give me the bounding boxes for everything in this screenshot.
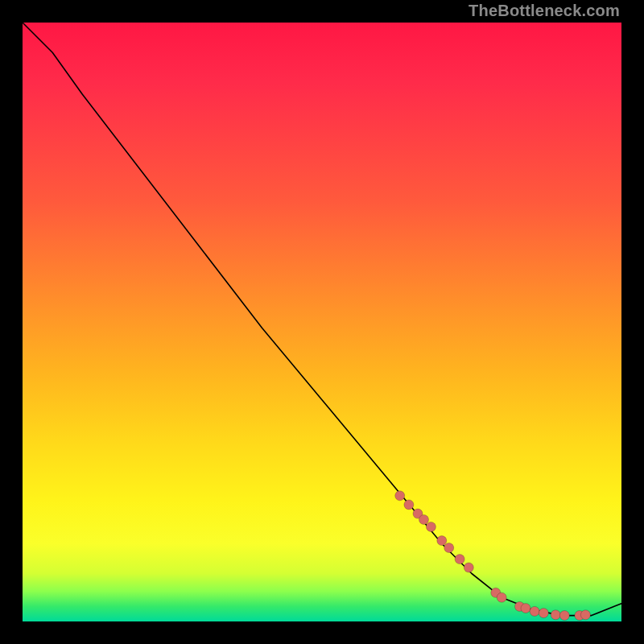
highlight-dot	[419, 515, 429, 525]
highlight-dot	[539, 609, 548, 618]
bottleneck-curve	[23, 23, 621, 616]
highlight-dot	[521, 604, 530, 613]
highlight-dot	[559, 611, 569, 621]
highlight-points	[395, 491, 591, 621]
highlight-dot	[426, 522, 436, 531]
highlight-dot	[464, 563, 473, 572]
highlight-dot	[551, 610, 560, 620]
highlight-dot	[497, 592, 506, 602]
chart-stage: TheBottleneck.com	[0, 0, 644, 644]
chart-svg	[23, 23, 621, 621]
watermark-text: TheBottleneck.com	[469, 2, 620, 20]
highlight-dot	[395, 491, 405, 501]
highlight-dot	[437, 536, 447, 546]
highlight-dot	[444, 543, 454, 553]
curve-path	[23, 23, 621, 616]
plot-area	[23, 23, 621, 621]
highlight-dot	[530, 606, 539, 616]
highlight-dot	[404, 500, 414, 510]
highlight-dot	[580, 610, 590, 620]
highlight-dot	[455, 555, 464, 564]
